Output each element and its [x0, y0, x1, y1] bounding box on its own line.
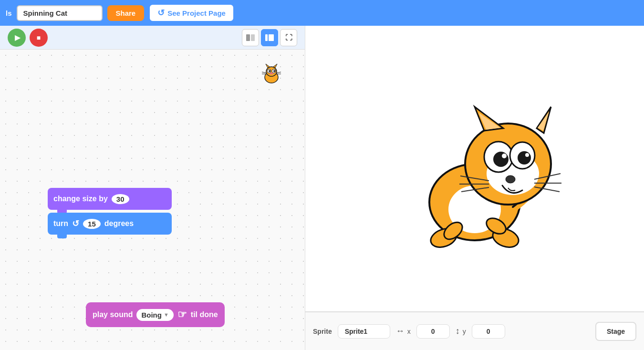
green-flag-button[interactable]: [8, 29, 26, 47]
sprite-name-input[interactable]: [338, 324, 390, 339]
turn-unit: degrees: [104, 219, 134, 228]
x-coord-group: ↔ x: [396, 326, 411, 336]
svg-point-32: [493, 152, 509, 167]
see-project-icon: ↺: [157, 8, 165, 18]
y-coord-group: ↕ y: [456, 326, 466, 336]
main-layout: ⛶: [0, 26, 644, 350]
rotate-icon: ↺: [72, 218, 79, 229]
fullscreen-button[interactable]: ⛶: [280, 29, 297, 46]
svg-marker-7: [273, 64, 277, 68]
turn-block[interactable]: turn ↺ 15 degrees: [48, 213, 172, 235]
stage-view: [305, 26, 644, 312]
motion-blocks-group: change size by 30 turn ↺ 15 degrees: [48, 188, 172, 235]
svg-rect-0: [246, 34, 250, 41]
see-project-label: See Project Page: [167, 9, 226, 17]
svg-marker-6: [266, 64, 270, 68]
turn-label: turn: [53, 219, 68, 228]
middle-toolbar: ⛶: [0, 26, 305, 50]
play-until-label: til done: [191, 310, 218, 319]
svg-rect-1: [251, 34, 255, 41]
svg-point-35: [525, 153, 529, 157]
x-label: x: [407, 328, 411, 335]
x-arrow-icon: ↔: [396, 326, 405, 336]
dropdown-arrow-icon: ▼: [164, 312, 169, 318]
stage-bottom-bar: Sprite ↔ x ↕ y Stage: [305, 312, 644, 350]
svg-point-12: [270, 72, 273, 74]
stage-area: Sprite ↔ x ↕ y Stage: [305, 26, 644, 350]
project-name-input[interactable]: [17, 5, 103, 21]
svg-point-34: [502, 154, 507, 158]
large-stage-button[interactable]: [261, 29, 278, 46]
layout-buttons: ⛶: [242, 29, 297, 46]
stop-button[interactable]: [30, 29, 48, 47]
topbar: ls Share ↺ See Project Page: [0, 0, 644, 26]
change-size-value[interactable]: 30: [112, 194, 129, 204]
svg-point-36: [506, 175, 515, 183]
sprite-thumbnail: [257, 59, 286, 88]
change-size-label: change size by: [53, 195, 108, 203]
cat-sprite: [374, 69, 575, 269]
fullscreen-icon: ⛶: [285, 33, 292, 41]
see-project-button[interactable]: ↺ See Project Page: [149, 4, 234, 22]
turn-value[interactable]: 15: [83, 219, 101, 229]
svg-point-33: [518, 151, 531, 165]
y-label: y: [463, 328, 466, 335]
play-sound-block[interactable]: play sound Boing ▼ ☞ til done: [86, 302, 225, 327]
sound-dropdown[interactable]: Boing ▼: [136, 309, 173, 321]
small-stage-button[interactable]: [242, 29, 259, 46]
cursor-hand-icon: ☞: [177, 309, 187, 321]
code-area: ⛶: [0, 26, 305, 350]
svg-rect-2: [265, 34, 268, 41]
stage-button[interactable]: Stage: [595, 322, 636, 341]
y-arrow-icon: ↕: [456, 326, 460, 336]
play-sound-label: play sound: [93, 310, 133, 319]
y-coord-input[interactable]: [472, 324, 505, 339]
change-size-block[interactable]: change size by 30: [48, 188, 172, 210]
x-coord-input[interactable]: [416, 324, 450, 339]
sprite-label: Sprite: [313, 328, 332, 335]
sound-name: Boing: [141, 311, 162, 319]
blocks-canvas[interactable]: change size by 30 turn ↺ 15 degrees play…: [0, 50, 305, 350]
svg-rect-3: [269, 34, 274, 41]
toolbar-controls: [8, 29, 48, 47]
svg-point-10: [269, 70, 270, 72]
share-button[interactable]: Share: [107, 5, 145, 21]
tutorials-label[interactable]: ls: [6, 9, 12, 17]
svg-point-11: [273, 70, 275, 72]
sound-block-group: play sound Boing ▼ ☞ til done: [86, 302, 225, 327]
